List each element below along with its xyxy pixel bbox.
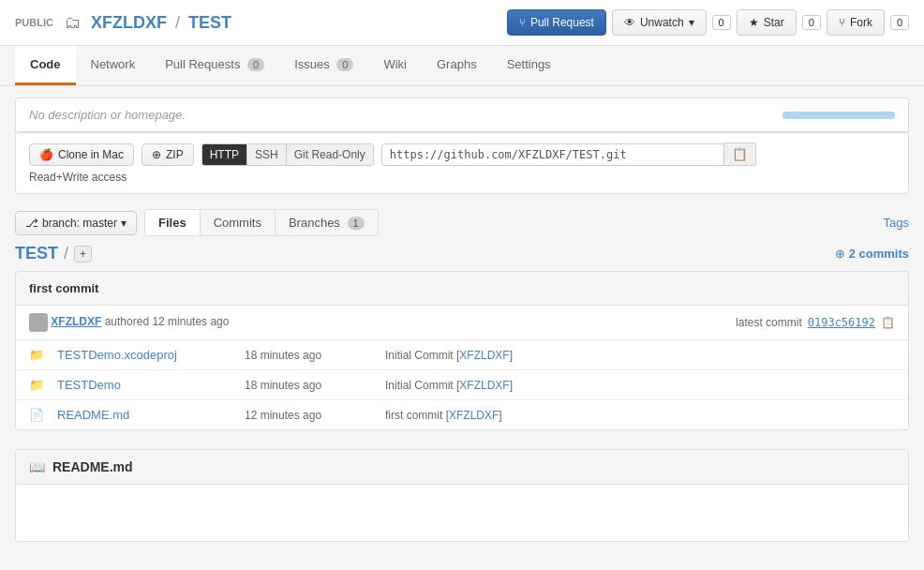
star-count: 0: [712, 15, 731, 30]
commit-author-info: XFZLDXF authored 12 minutes ago: [29, 313, 229, 332]
description-text: No description or homepage.: [29, 108, 186, 122]
star-label: Star: [764, 16, 784, 29]
access-text: Read+Write access: [29, 171, 127, 184]
table-row: 📄 README.md 12 minutes ago first commit …: [16, 400, 908, 429]
nav-tabs-bar: Code Network Pull Requests 0 Issues 0 Wi…: [0, 46, 924, 86]
clone-copy-button[interactable]: 📋: [724, 142, 756, 166]
file-commit-author-link[interactable]: XFZLDXF: [449, 409, 499, 422]
repo-owner: XFZLDXF: [91, 13, 167, 32]
main-content: No description or homepage. 🍎 Clone in M…: [0, 86, 924, 553]
branch-label: branch: master: [42, 217, 117, 230]
clone-mac-button[interactable]: 🍎 Clone in Mac: [29, 143, 134, 166]
pull-request-label: Pull Request: [530, 16, 594, 29]
ssh-button[interactable]: SSH: [247, 144, 287, 165]
apple-icon: 🍎: [39, 148, 53, 161]
tab-code[interactable]: Code: [15, 46, 76, 85]
copy-hash-icon[interactable]: 📋: [881, 316, 895, 329]
branch-selector[interactable]: ⎇ branch: master ▾: [15, 211, 137, 235]
file-commit-author-link[interactable]: XFZLDXF: [459, 349, 509, 362]
tab-settings[interactable]: Settings: [492, 46, 566, 85]
commits-icon: ⊕: [835, 247, 845, 261]
branches-label: Branches: [289, 216, 340, 230]
access-row: Read+Write access: [29, 170, 895, 184]
tab-wiki[interactable]: Wiki: [368, 46, 422, 85]
top-bar: PUBLIC 🗂 XFZLDXF / TEST ⑂ Pull Request 👁…: [0, 0, 924, 46]
tab-issues[interactable]: Issues 0: [279, 46, 368, 85]
latest-commit-info: latest commit 0193c56192 📋: [736, 316, 895, 329]
readme-box: 📖 README.md: [15, 449, 909, 542]
repo-path-link[interactable]: TEST: [15, 244, 58, 263]
clone-url-wrap: 📋: [381, 142, 756, 166]
add-folder-button[interactable]: +: [74, 246, 92, 262]
copy-icon: 📋: [732, 147, 748, 161]
file-name-link[interactable]: TESTDemo.xcodeproj: [57, 348, 245, 362]
book-icon: 📖: [29, 459, 45, 474]
readme-title: README.md: [52, 459, 133, 474]
repo-path: TEST / +: [15, 244, 92, 263]
unwatch-label: Unwatch: [640, 16, 684, 29]
clone-row: 🍎 Clone in Mac ⊕ ZIP HTTP SSH Git Read-O…: [29, 142, 895, 166]
tags-link[interactable]: Tags: [884, 216, 909, 230]
star-button[interactable]: ★ Star: [737, 9, 797, 36]
zip-button[interactable]: ⊕ ZIP: [142, 143, 194, 166]
latest-commit-label: latest commit: [736, 316, 802, 329]
pull-request-icon: ⑂: [519, 16, 526, 29]
commits-count-link[interactable]: ⊕ 2 commits: [835, 247, 909, 261]
tab-branches[interactable]: Branches 1: [276, 210, 378, 235]
repo-icon: 🗂: [65, 13, 82, 33]
author-avatar: [29, 313, 48, 332]
repo-owner-link[interactable]: XFZLDXF / TEST: [91, 13, 231, 33]
files-bar: ⎇ branch: master ▾ Files Commits Branche…: [15, 209, 909, 236]
file-age: 18 minutes ago: [245, 349, 385, 362]
file-name-link[interactable]: README.md: [57, 408, 245, 422]
eye-icon: 👁: [624, 16, 635, 29]
path-separator: /: [64, 244, 68, 263]
commit-authored-text: authored 12 minutes ago: [105, 315, 230, 328]
http-button[interactable]: HTTP: [202, 144, 247, 165]
file-icon: 📄: [29, 408, 48, 422]
file-commit-msg: Initial Commit [XFZLDXF]: [385, 379, 895, 392]
tab-network[interactable]: Network: [76, 46, 151, 85]
tab-commits[interactable]: Commits: [201, 210, 276, 235]
fork-count: 0: [802, 15, 821, 30]
tab-files[interactable]: Files: [145, 210, 201, 235]
tab-graphs[interactable]: Graphs: [422, 46, 492, 85]
clone-mac-label: Clone in Mac: [58, 148, 124, 161]
commit-hash-link[interactable]: 0193c56192: [808, 316, 875, 329]
unwatch-button[interactable]: 👁 Unwatch ▾: [612, 9, 707, 36]
fork-label: Fork: [850, 16, 872, 29]
commit-author-link[interactable]: XFZLDXF: [51, 315, 101, 328]
readme-header: 📖 README.md: [16, 450, 908, 485]
unwatch-chevron-icon: ▾: [689, 16, 694, 29]
star-icon: ★: [749, 16, 759, 29]
clone-section: 🍎 Clone in Mac ⊕ ZIP HTTP SSH Git Read-O…: [15, 132, 909, 194]
git-readonly-button[interactable]: Git Read-Only: [287, 144, 373, 165]
description-bar: No description or homepage.: [15, 98, 909, 132]
file-name-link[interactable]: TESTDemo: [57, 378, 245, 392]
commit-meta: XFZLDXF authored 12 minutes ago latest c…: [16, 306, 908, 340]
pull-request-button[interactable]: ⑂ Pull Request: [507, 9, 606, 36]
branch-icon: ⎇: [25, 217, 38, 230]
file-commit-author-link[interactable]: XFZLDXF: [459, 379, 509, 392]
file-commit-msg: Initial Commit [XFZLDXF]: [385, 349, 895, 362]
branches-count: 1: [348, 217, 365, 230]
repo-separator: /: [175, 13, 180, 32]
branch-chevron-icon: ▾: [121, 217, 127, 230]
zip-icon: ⊕: [152, 148, 161, 161]
file-table: first commit XFZLDXF authored 12 minutes…: [15, 271, 909, 430]
tab-pull-requests[interactable]: Pull Requests 0: [150, 46, 279, 85]
description-progress-bar: [782, 112, 895, 119]
file-age: 18 minutes ago: [245, 379, 385, 392]
clone-url-input[interactable]: [381, 143, 724, 166]
public-badge: PUBLIC: [15, 17, 53, 28]
commits-count-text: 2 commits: [849, 247, 909, 261]
commit-header: first commit: [16, 272, 908, 306]
readme-content: [16, 485, 908, 541]
commit-message: first commit: [29, 281, 98, 295]
fork-button[interactable]: ⑂ Fork: [827, 9, 885, 36]
table-row: 📁 TESTDemo.xcodeproj 18 minutes ago Init…: [16, 340, 908, 370]
fork-icon: ⑂: [839, 16, 845, 29]
file-commit-msg: first commit [XFZLDXF]: [385, 409, 895, 422]
table-row: 📁 TESTDemo 18 minutes ago Initial Commit…: [16, 370, 908, 400]
fork-count-2: 0: [890, 15, 909, 30]
